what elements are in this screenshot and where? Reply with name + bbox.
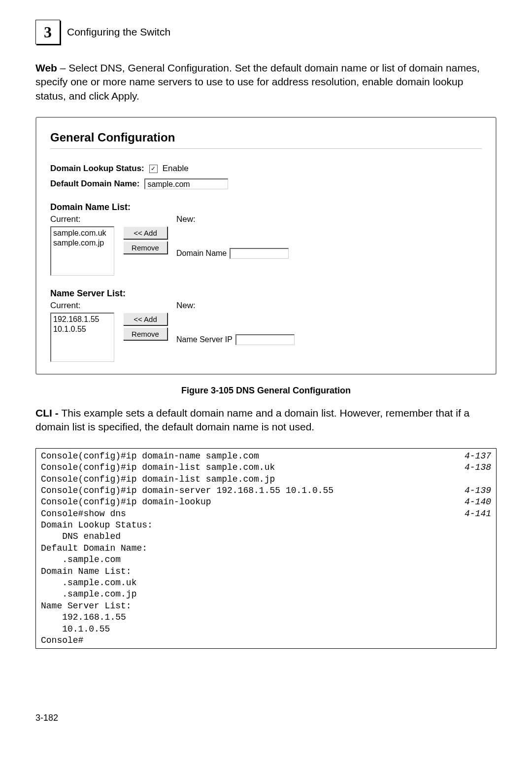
cli-text: .sample.com <box>41 554 491 565</box>
cli-text: 10.1.0.55 <box>41 624 491 635</box>
cli-text: Domain Name List: <box>41 566 491 577</box>
list-item[interactable]: 10.1.0.55 <box>53 324 112 334</box>
enable-checkbox[interactable]: ✓ <box>149 165 158 173</box>
dnl-input-label: Domain Name <box>176 249 227 258</box>
chapter-title: Configuring the Switch <box>67 26 170 38</box>
cli-line: Console(config)#ip domain-list sample.co… <box>41 462 491 473</box>
domain-name-list-heading: Domain Name List: <box>50 202 482 212</box>
cli-text: Console(config)#ip domain-lookup <box>41 496 465 508</box>
cli-line: Console(config)#ip domain-server 192.168… <box>41 485 491 496</box>
cli-line: .sample.com.jp <box>41 589 491 600</box>
cli-line: Default Domain Name: <box>41 543 491 554</box>
nsl-add-button[interactable]: << Add <box>123 313 167 325</box>
cli-text: .sample.com.uk <box>41 577 491 589</box>
name-server-listbox[interactable]: 192.168.1.55 10.1.0.55 <box>50 313 114 362</box>
name-server-input[interactable] <box>235 334 295 345</box>
cli-line: Console# <box>41 635 491 646</box>
cli-line: 192.168.1.55 <box>41 612 491 623</box>
page-number: 3-182 <box>35 713 497 723</box>
cli-text: DNS enabled <box>41 531 491 542</box>
panel-title: General Configuration <box>50 131 482 144</box>
cli-text: .sample.com.jp <box>41 589 491 600</box>
enable-label: Enable <box>163 164 189 174</box>
cli-text: Console(config)#ip domain-list sample.co… <box>41 462 465 473</box>
dnl-new-label: New: <box>176 214 289 224</box>
cli-text: Console(config)#ip domain-list sample.co… <box>41 474 491 485</box>
dnl-remove-button[interactable]: Remove <box>123 241 167 254</box>
nsl-new-label: New: <box>176 301 295 311</box>
dnl-add-button[interactable]: << Add <box>123 226 167 239</box>
cli-line: Console(config)#ip domain-lookup4-140 <box>41 496 491 508</box>
domain-name-input[interactable] <box>230 248 289 259</box>
cli-ref: 4-140 <box>465 496 491 508</box>
cli-line: Console#show dns4-141 <box>41 508 491 520</box>
cli-output-box: Console(config)#ip domain-name sample.co… <box>35 448 497 649</box>
cli-text: Console# <box>41 635 491 646</box>
domain-name-list-block: Current: sample.com.uk sample.com.jp << … <box>50 214 482 276</box>
cli-text: Default Domain Name: <box>41 543 491 554</box>
general-configuration-panel: General Configuration Domain Lookup Stat… <box>35 117 497 375</box>
cli-intro-paragraph: CLI - This example sets a default domain… <box>35 406 497 434</box>
cli-line: .sample.com <box>41 554 491 565</box>
cli-line: Console(config)#ip domain-list sample.co… <box>41 474 491 485</box>
cli-intro-label: CLI - <box>35 407 62 419</box>
chapter-number-box: 3 <box>35 20 60 44</box>
page-header: 3 Configuring the Switch <box>35 20 497 44</box>
cli-line: .sample.com.uk <box>41 577 491 589</box>
cli-ref: 4-139 <box>465 485 491 496</box>
intro-web-label: Web <box>35 62 57 73</box>
cli-text: Console(config)#ip domain-server 192.168… <box>41 485 465 496</box>
cli-line: Console(config)#ip domain-name sample.co… <box>41 451 491 462</box>
nsl-current-label: Current: <box>50 301 114 311</box>
chapter-number: 3 <box>44 23 52 41</box>
cli-text: Domain Lookup Status: <box>41 520 491 531</box>
cli-text: Name Server List: <box>41 600 491 612</box>
nsl-remove-button[interactable]: Remove <box>123 327 167 340</box>
cli-line: 10.1.0.55 <box>41 624 491 635</box>
name-server-list-heading: Name Server List: <box>50 288 482 299</box>
cli-ref: 4-138 <box>465 462 491 473</box>
cli-ref: 4-141 <box>465 508 491 520</box>
cli-text: Console#show dns <box>41 508 465 520</box>
cli-intro-text: This example sets a default domain name … <box>35 407 469 432</box>
cli-line: DNS enabled <box>41 531 491 542</box>
nsl-input-label: Name Server IP <box>176 335 233 344</box>
cli-text: 192.168.1.55 <box>41 612 491 623</box>
figure-caption: Figure 3-105 DNS General Configuration <box>35 386 497 396</box>
intro-text: – Select DNS, General Configuration. Set… <box>35 62 480 102</box>
cli-ref: 4-137 <box>465 451 491 462</box>
dnl-current-label: Current: <box>50 214 114 224</box>
cli-text: Console(config)#ip domain-name sample.co… <box>41 451 465 462</box>
panel-divider <box>50 148 482 149</box>
default-domain-input[interactable] <box>144 178 228 189</box>
cli-line: Name Server List: <box>41 600 491 612</box>
list-item[interactable]: sample.com.uk <box>53 228 112 238</box>
default-domain-label: Default Domain Name: <box>50 179 139 189</box>
intro-paragraph: Web – Select DNS, General Configuration.… <box>35 61 497 103</box>
list-item[interactable]: sample.com.jp <box>53 238 112 248</box>
name-server-list-block: Current: 192.168.1.55 10.1.0.55 << Add R… <box>50 301 482 362</box>
domain-name-listbox[interactable]: sample.com.uk sample.com.jp <box>50 226 114 276</box>
cli-line: Domain Lookup Status: <box>41 520 491 531</box>
domain-lookup-label: Domain Lookup Status: <box>50 164 144 174</box>
cli-line: Domain Name List: <box>41 566 491 577</box>
list-item[interactable]: 192.168.1.55 <box>53 315 112 324</box>
